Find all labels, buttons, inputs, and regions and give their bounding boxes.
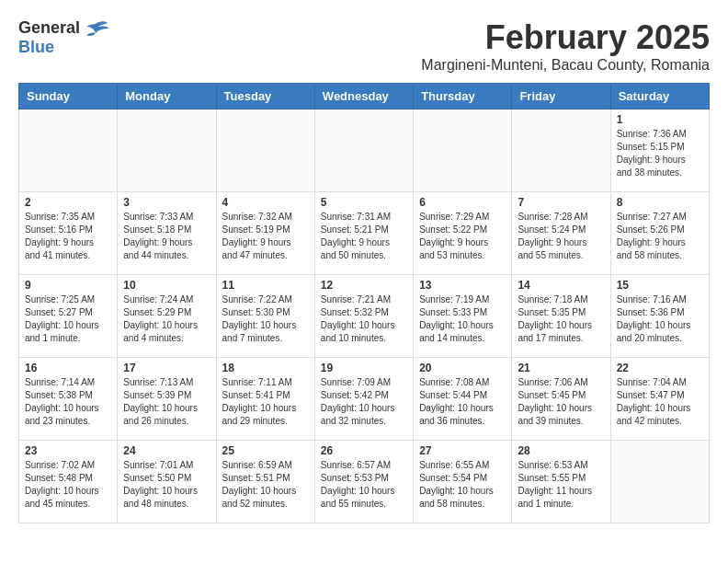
day-number: 1: [617, 113, 703, 126]
header-tuesday: Tuesday: [216, 84, 314, 109]
calendar-cell-4-3: 26Sunrise: 6:57 AM Sunset: 5:53 PM Dayli…: [314, 441, 413, 523]
location: Margineni-Munteni, Bacau County, Romania: [421, 57, 710, 74]
header-sunday: Sunday: [19, 84, 118, 109]
calendar-cell-2-2: 11Sunrise: 7:22 AM Sunset: 5:30 PM Dayli…: [216, 275, 314, 358]
calendar-cell-1-0: 2Sunrise: 7:35 AM Sunset: 5:16 PM Daylig…: [19, 192, 118, 275]
header-saturday: Saturday: [610, 84, 709, 109]
week-row-0: 1Sunrise: 7:36 AM Sunset: 5:15 PM Daylig…: [19, 109, 710, 192]
day-number: 23: [25, 444, 111, 457]
day-info: Sunrise: 7:11 AM Sunset: 5:41 PM Dayligh…: [222, 376, 309, 428]
day-info: Sunrise: 7:21 AM Sunset: 5:32 PM Dayligh…: [321, 293, 407, 345]
day-info: Sunrise: 7:01 AM Sunset: 5:50 PM Dayligh…: [123, 459, 210, 511]
day-number: 8: [617, 196, 703, 209]
calendar-cell-0-6: 1Sunrise: 7:36 AM Sunset: 5:15 PM Daylig…: [610, 109, 709, 192]
day-info: Sunrise: 7:22 AM Sunset: 5:30 PM Dayligh…: [222, 293, 309, 345]
day-number: 26: [321, 444, 407, 457]
day-info: Sunrise: 7:25 AM Sunset: 5:27 PM Dayligh…: [25, 293, 111, 345]
day-number: 16: [25, 362, 111, 374]
day-number: 13: [419, 279, 506, 292]
calendar-cell-0-0: [19, 109, 118, 192]
day-info: Sunrise: 7:27 AM Sunset: 5:26 PM Dayligh…: [617, 211, 703, 262]
day-info: Sunrise: 7:29 AM Sunset: 5:22 PM Dayligh…: [419, 211, 506, 262]
day-number: 9: [25, 279, 111, 292]
day-number: 3: [123, 196, 210, 209]
calendar-cell-2-0: 9Sunrise: 7:25 AM Sunset: 5:27 PM Daylig…: [19, 275, 118, 358]
logo-bird-icon: [82, 19, 109, 38]
day-info: Sunrise: 7:09 AM Sunset: 5:42 PM Dayligh…: [321, 376, 407, 428]
calendar-cell-4-6: [610, 441, 709, 523]
day-number: 14: [518, 279, 604, 292]
day-info: Sunrise: 7:06 AM Sunset: 5:45 PM Dayligh…: [518, 376, 604, 428]
calendar-cell-0-3: [314, 109, 413, 192]
day-info: Sunrise: 6:57 AM Sunset: 5:53 PM Dayligh…: [321, 459, 407, 511]
day-number: 17: [123, 362, 210, 374]
calendar-cell-0-1: [118, 109, 216, 192]
day-info: Sunrise: 7:14 AM Sunset: 5:38 PM Dayligh…: [25, 376, 111, 428]
calendar-cell-2-6: 15Sunrise: 7:16 AM Sunset: 5:36 PM Dayli…: [610, 275, 709, 358]
day-info: Sunrise: 6:55 AM Sunset: 5:54 PM Dayligh…: [419, 459, 506, 511]
day-info: Sunrise: 7:16 AM Sunset: 5:36 PM Dayligh…: [617, 293, 703, 345]
calendar-cell-4-2: 25Sunrise: 6:59 AM Sunset: 5:51 PM Dayli…: [216, 441, 314, 523]
day-info: Sunrise: 7:18 AM Sunset: 5:35 PM Dayligh…: [518, 293, 604, 345]
day-info: Sunrise: 7:19 AM Sunset: 5:33 PM Dayligh…: [419, 293, 506, 345]
calendar-cell-1-1: 3Sunrise: 7:33 AM Sunset: 5:18 PM Daylig…: [118, 192, 216, 275]
day-info: Sunrise: 7:35 AM Sunset: 5:16 PM Dayligh…: [25, 211, 111, 262]
calendar-cell-1-3: 5Sunrise: 7:31 AM Sunset: 5:21 PM Daylig…: [314, 192, 413, 275]
day-number: 4: [222, 196, 309, 209]
calendar-cell-3-2: 18Sunrise: 7:11 AM Sunset: 5:41 PM Dayli…: [216, 358, 314, 441]
day-number: 19: [321, 362, 407, 374]
day-info: Sunrise: 7:32 AM Sunset: 5:19 PM Dayligh…: [222, 211, 309, 262]
week-row-1: 2Sunrise: 7:35 AM Sunset: 5:16 PM Daylig…: [19, 192, 710, 275]
day-number: 10: [123, 279, 210, 292]
calendar-cell-0-4: [414, 109, 512, 192]
day-number: 11: [222, 279, 309, 292]
calendar-cell-3-1: 17Sunrise: 7:13 AM Sunset: 5:39 PM Dayli…: [118, 358, 216, 441]
day-number: 22: [617, 362, 703, 374]
calendar-cell-2-4: 13Sunrise: 7:19 AM Sunset: 5:33 PM Dayli…: [414, 275, 512, 358]
day-number: 20: [419, 362, 506, 374]
week-row-4: 23Sunrise: 7:02 AM Sunset: 5:48 PM Dayli…: [19, 441, 710, 523]
day-number: 2: [25, 196, 111, 209]
calendar-cell-4-4: 27Sunrise: 6:55 AM Sunset: 5:54 PM Dayli…: [414, 441, 512, 523]
day-info: Sunrise: 7:08 AM Sunset: 5:44 PM Dayligh…: [419, 376, 506, 428]
calendar-cell-1-4: 6Sunrise: 7:29 AM Sunset: 5:22 PM Daylig…: [414, 192, 512, 275]
day-info: Sunrise: 7:31 AM Sunset: 5:21 PM Dayligh…: [321, 211, 407, 262]
day-info: Sunrise: 7:28 AM Sunset: 5:24 PM Dayligh…: [518, 211, 604, 262]
calendar-cell-4-1: 24Sunrise: 7:01 AM Sunset: 5:50 PM Dayli…: [118, 441, 216, 523]
day-number: 12: [321, 279, 407, 292]
day-number: 27: [419, 444, 506, 457]
day-number: 6: [419, 196, 506, 209]
week-row-3: 16Sunrise: 7:14 AM Sunset: 5:38 PM Dayli…: [19, 358, 710, 441]
header: General Blue February 2025 Margineni-Mun…: [18, 18, 710, 74]
calendar-cell-3-6: 22Sunrise: 7:04 AM Sunset: 5:47 PM Dayli…: [610, 358, 709, 441]
header-monday: Monday: [118, 84, 216, 109]
day-number: 7: [518, 196, 604, 209]
day-info: Sunrise: 7:04 AM Sunset: 5:47 PM Dayligh…: [617, 376, 703, 428]
day-info: Sunrise: 7:36 AM Sunset: 5:15 PM Dayligh…: [617, 128, 703, 179]
calendar-cell-2-3: 12Sunrise: 7:21 AM Sunset: 5:32 PM Dayli…: [314, 275, 413, 358]
day-info: Sunrise: 7:02 AM Sunset: 5:48 PM Dayligh…: [25, 459, 111, 511]
title-section: February 2025 Margineni-Munteni, Bacau C…: [421, 18, 710, 74]
calendar-cell-0-2: [216, 109, 314, 192]
logo-general-text: General: [18, 18, 80, 38]
calendar-cell-4-0: 23Sunrise: 7:02 AM Sunset: 5:48 PM Dayli…: [19, 441, 118, 523]
calendar-cell-3-3: 19Sunrise: 7:09 AM Sunset: 5:42 PM Dayli…: [314, 358, 413, 441]
calendar-cell-2-5: 14Sunrise: 7:18 AM Sunset: 5:35 PM Dayli…: [512, 275, 610, 358]
day-number: 24: [123, 444, 210, 457]
logo: General Blue: [18, 18, 109, 57]
calendar-cell-0-5: [512, 109, 610, 192]
weekday-header-row: Sunday Monday Tuesday Wednesday Thursday…: [19, 84, 710, 109]
month-year: February 2025: [421, 18, 710, 57]
week-row-2: 9Sunrise: 7:25 AM Sunset: 5:27 PM Daylig…: [19, 275, 710, 358]
calendar-cell-4-5: 28Sunrise: 6:53 AM Sunset: 5:55 PM Dayli…: [512, 441, 610, 523]
calendar-cell-3-5: 21Sunrise: 7:06 AM Sunset: 5:45 PM Dayli…: [512, 358, 610, 441]
calendar-cell-3-0: 16Sunrise: 7:14 AM Sunset: 5:38 PM Dayli…: [19, 358, 118, 441]
calendar-cell-1-5: 7Sunrise: 7:28 AM Sunset: 5:24 PM Daylig…: [512, 192, 610, 275]
day-number: 5: [321, 196, 407, 209]
day-info: Sunrise: 7:33 AM Sunset: 5:18 PM Dayligh…: [123, 211, 210, 262]
header-wednesday: Wednesday: [314, 84, 413, 109]
calendar-cell-1-6: 8Sunrise: 7:27 AM Sunset: 5:26 PM Daylig…: [610, 192, 709, 275]
day-info: Sunrise: 6:59 AM Sunset: 5:51 PM Dayligh…: [222, 459, 309, 511]
day-number: 15: [617, 279, 703, 292]
day-number: 21: [518, 362, 604, 374]
